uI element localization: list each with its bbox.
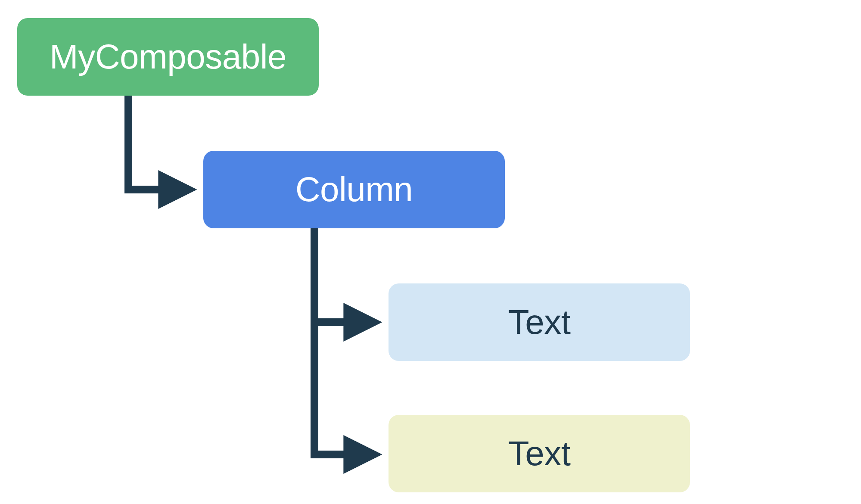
node-column: Column <box>203 151 505 228</box>
node-text-1: Text <box>389 283 690 361</box>
node-text-2: Text <box>389 415 690 492</box>
node-my-composable: MyComposable <box>17 18 319 96</box>
node-text-2-label: Text <box>508 434 571 473</box>
node-column-label: Column <box>295 170 413 209</box>
node-my-composable-label: MyComposable <box>50 37 286 77</box>
edge-column-to-text2 <box>314 319 368 454</box>
edge-column-to-text1 <box>314 228 368 322</box>
node-text-1-label: Text <box>508 302 571 342</box>
edge-root-to-column <box>128 96 183 190</box>
